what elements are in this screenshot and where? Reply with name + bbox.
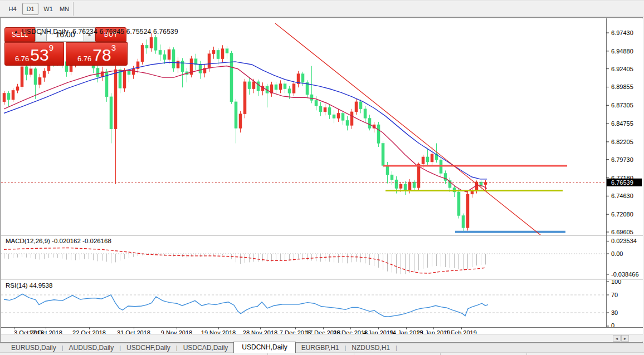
price-chart-canvas[interactable]: 0.0235340.00-0.038466MACD(12,26,9) -0.02…: [1, 18, 643, 335]
tab-usdcnh-daily-active[interactable]: USDCNH,Daily: [233, 342, 295, 353]
tab-eurusd-daily[interactable]: EURUSD,Daily: [6, 343, 62, 352]
chart-title-symbol: USDCNH,Daily: [22, 28, 69, 36]
svg-text:6.76539: 6.76539: [611, 179, 633, 186]
chart-title-ohlc: 6.76234 6.76845 6.75524 6.76539: [72, 28, 178, 36]
sell-price-big: 53: [30, 47, 48, 63]
tab-audusd-daily[interactable]: AUDUSD,Daily: [64, 343, 120, 352]
svg-text:6.89855: 6.89855: [611, 83, 633, 90]
svg-text:6.69605: 6.69605: [611, 229, 633, 235]
rsi-pane: 10070300RSI(14) 44.9538: [1, 278, 621, 329]
buy-price-button[interactable]: 6.76 78 3: [66, 42, 128, 66]
chart-title: ▲USDCNH,Daily 6.76234 6.76845 6.75524 6.…: [6, 20, 178, 43]
symbol-tab-bar: EURUSD,Daily | AUDUSD,Daily | USDCHF,Dai…: [0, 343, 644, 352]
chart-horizontal-scrollbar[interactable]: ◄ ►: [1, 334, 643, 342]
svg-text:6.92405: 6.92405: [611, 66, 633, 72]
chart-collapse-icon[interactable]: ▲: [13, 29, 18, 34]
svg-text:6.74630: 6.74630: [611, 193, 633, 199]
svg-text:6.97430: 6.97430: [611, 29, 633, 36]
svg-text:6.79730: 6.79730: [611, 156, 633, 163]
svg-text:6.84755: 6.84755: [611, 120, 633, 127]
chart-window: ▲USDCNH,Daily 6.76234 6.76845 6.75524 6.…: [0, 17, 643, 343]
timeframe-mn-button[interactable]: MN: [56, 3, 72, 15]
timeframe-d1-button[interactable]: D1: [22, 3, 38, 15]
sell-price-prefix: 6.76: [15, 55, 29, 63]
sell-price-button[interactable]: 6.76 53 9: [4, 42, 64, 66]
svg-text:RSI(14) 44.9538: RSI(14) 44.9538: [6, 282, 52, 289]
svg-text:0.00: 0.00: [611, 250, 623, 257]
tab-usdchf-daily[interactable]: USDCHF,Daily: [121, 343, 176, 352]
svg-text:MACD(12,26,9) -0.020162 -0.026: MACD(12,26,9) -0.020162 -0.026168: [6, 238, 111, 244]
scroll-right-button[interactable]: ►: [621, 335, 629, 342]
svg-text:70: 70: [611, 292, 618, 298]
svg-text:0.023534: 0.023534: [611, 238, 637, 244]
buy-price-prefix: 6.76: [77, 55, 91, 63]
timeframe-toolbar: H4 D1 W1 MN: [0, 0, 644, 17]
svg-text:6.87305: 6.87305: [611, 102, 633, 109]
macd-pane: 0.0235340.00-0.038466MACD(12,26,9) -0.02…: [1, 238, 639, 278]
scroll-left-button[interactable]: ◄: [613, 335, 621, 342]
tab-separator: |: [396, 344, 397, 351]
svg-text:6.82205: 6.82205: [611, 139, 633, 145]
timeframe-h4-button[interactable]: H4: [4, 3, 21, 15]
tab-usdcad-daily[interactable]: USDCAD,Daily: [178, 343, 234, 352]
svg-text:0: 0: [611, 322, 614, 329]
svg-text:6.72080: 6.72080: [611, 211, 633, 218]
tab-eurgbp-h1[interactable]: EURGBP,H1: [296, 343, 345, 352]
timeframe-w1-button[interactable]: W1: [40, 3, 56, 15]
buy-price-big: 78: [92, 47, 111, 63]
svg-text:-0.038466: -0.038466: [611, 271, 639, 278]
tab-nzdusd-h1[interactable]: NZDUSD,H1: [346, 343, 396, 352]
status-strip: [0, 352, 644, 355]
toolbar-top-edge: [0, 0, 644, 1]
svg-text:6.94880: 6.94880: [611, 48, 633, 55]
svg-text:30: 30: [611, 309, 618, 316]
toolbar-separator: [73, 2, 74, 16]
